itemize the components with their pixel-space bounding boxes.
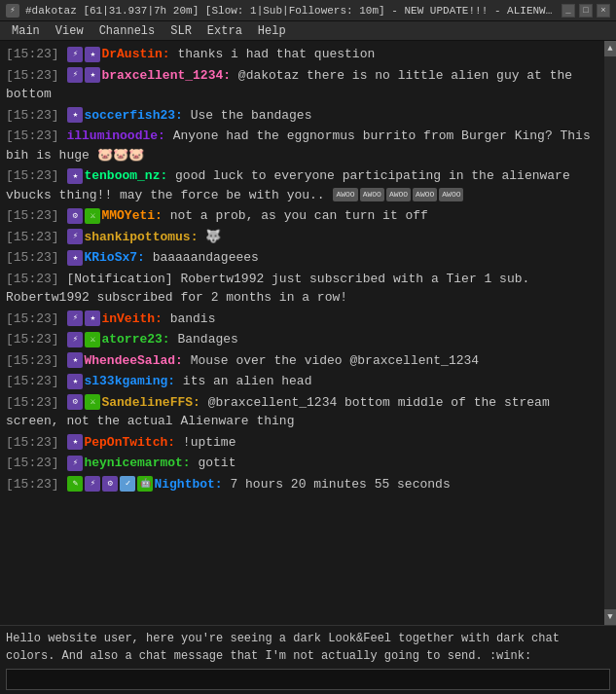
awoo-emote: AWOO bbox=[386, 188, 411, 201]
timestamp: [15:23] bbox=[6, 272, 66, 286]
scroll-track bbox=[604, 56, 616, 609]
app-icon: ⚡ bbox=[6, 4, 19, 18]
message-text: 🐺 bbox=[198, 230, 221, 244]
menu-view[interactable]: View bbox=[48, 21, 91, 40]
message-text: gotit bbox=[191, 456, 236, 470]
chat-line: [15:23] ⚡heynicemarmot: gotit bbox=[6, 454, 598, 473]
chat-line: [15:23] ⚡★inVeith: bandis bbox=[6, 310, 598, 329]
badge-gear: ⚙ bbox=[67, 208, 83, 224]
badge-mod: ⚔ bbox=[85, 332, 100, 347]
username: Nightbot: bbox=[154, 477, 222, 492]
badge-sub: ★ bbox=[67, 107, 83, 123]
badge-sub: ★ bbox=[85, 310, 100, 326]
timestamp: [15:23] bbox=[6, 108, 66, 123]
minimize-button[interactable]: _ bbox=[562, 4, 575, 18]
scrollbar: ▲ ▼ bbox=[604, 41, 616, 625]
timestamp: [15:23] bbox=[6, 332, 66, 347]
chat-line: [15:23] ★sl33kgaming: its an alien head bbox=[6, 372, 598, 391]
message-text: baaaaandageees bbox=[145, 250, 259, 265]
chat-messages[interactable]: [15:23] ⚡★DrAustin: thanks i had that qu… bbox=[0, 41, 604, 625]
timestamp: [15:23] bbox=[6, 168, 66, 183]
badge-turbo: ⚡ bbox=[67, 67, 83, 83]
maximize-button[interactable]: □ bbox=[579, 4, 593, 18]
message-text: bandis bbox=[163, 311, 216, 326]
message-text: not a prob, as you can turn it off bbox=[163, 208, 428, 223]
badge-sub: ★ bbox=[67, 434, 83, 450]
menu-channels[interactable]: Channels bbox=[91, 21, 163, 40]
badge-sub: ★ bbox=[67, 352, 83, 368]
notification-text: [Notification] Robertw1992 just subscrib… bbox=[6, 272, 529, 306]
username: inVeith: bbox=[101, 311, 162, 326]
badge-turbo: ⚡ bbox=[67, 47, 83, 62]
chat-line: [15:23] illuminoodle: Anyone had the egg… bbox=[6, 127, 598, 164]
timestamp: [15:23] bbox=[6, 68, 66, 83]
timestamp: [15:23] bbox=[6, 250, 66, 265]
chat-input[interactable] bbox=[6, 669, 610, 690]
badge-turbo: ⚡ bbox=[67, 456, 83, 471]
badge-turbo: ⚡ bbox=[67, 332, 83, 347]
input-row bbox=[6, 669, 610, 690]
message-text: Use the bandages bbox=[183, 108, 312, 123]
menu-extra[interactable]: Extra bbox=[199, 21, 250, 40]
timestamp: [15:23] bbox=[6, 230, 66, 244]
username: MMOYeti: bbox=[101, 208, 162, 223]
website-message: Hello website user, here you're seeing a… bbox=[6, 630, 610, 665]
username: atorre23: bbox=[101, 332, 169, 347]
username: KRioSx7: bbox=[84, 250, 144, 265]
timestamp: [15:23] bbox=[6, 456, 66, 470]
menu-slr[interactable]: SLR bbox=[163, 21, 199, 40]
menu-bar: Main View Channels SLR Extra Help bbox=[0, 21, 616, 41]
scroll-down-button[interactable]: ▼ bbox=[604, 609, 616, 625]
timestamp: [15:23] bbox=[6, 47, 66, 61]
chat-line: [15:23] ★soccerfish23: Use the bandages bbox=[6, 106, 598, 126]
timestamp: [15:23] bbox=[6, 353, 66, 368]
chat-line: [15:23] ★WhendeeSalad: Mouse over the vi… bbox=[6, 351, 598, 371]
username: braxcellent_1234: bbox=[101, 68, 231, 83]
scroll-up-button[interactable]: ▲ bbox=[604, 41, 616, 56]
chat-line: [15:23] ★KRioSx7: baaaaandageees bbox=[6, 248, 598, 268]
message-text: Mouse over the video @braxcellent_1234 bbox=[183, 353, 479, 368]
badge-sub: ★ bbox=[85, 47, 100, 62]
badge-turbo: ⚡ bbox=[67, 310, 83, 326]
input-area: Hello website user, here you're seeing a… bbox=[0, 625, 616, 694]
badge-sub: ★ bbox=[85, 67, 100, 83]
menu-main[interactable]: Main bbox=[4, 21, 48, 40]
timestamp: [15:23] bbox=[6, 128, 66, 143]
badge-turbo: ⚡ bbox=[85, 476, 100, 492]
username: sl33kgaming: bbox=[84, 374, 175, 388]
timestamp: [15:23] bbox=[6, 208, 66, 223]
timestamp: [15:23] bbox=[6, 477, 66, 492]
badge-mod: ⚔ bbox=[85, 394, 100, 410]
username: WhendeeSalad: bbox=[84, 353, 182, 368]
message-text: 7 hours 20 minutes 55 seconds bbox=[223, 477, 451, 492]
username: PepOnTwitch: bbox=[84, 435, 175, 450]
chat-line: [15:23] ⚙⚔MMOYeti: not a prob, as you ca… bbox=[6, 206, 598, 226]
chat-line: [15:23] ★PepOnTwitch: !uptime bbox=[6, 433, 598, 453]
badge-turbo: ⚡ bbox=[67, 229, 83, 244]
message-text: its an alien head bbox=[175, 374, 311, 388]
chat-line: [15:23] ★tenboom_nz: good luck to everyo… bbox=[6, 166, 598, 204]
chat-container: [15:23] ⚡★DrAustin: thanks i had that qu… bbox=[0, 41, 616, 625]
timestamp: [15:23] bbox=[6, 395, 66, 410]
username: SandelineFFS: bbox=[101, 395, 199, 410]
chat-line: [15:23] ⚡shankipottomus: 🐺 bbox=[6, 228, 598, 247]
username: tenboom_nz: bbox=[84, 168, 167, 183]
chat-line: [15:23] ⚡★DrAustin: thanks i had that qu… bbox=[6, 45, 598, 64]
username: illuminoodle: bbox=[66, 128, 164, 143]
close-button[interactable]: × bbox=[597, 4, 610, 18]
message-text: !uptime bbox=[175, 435, 236, 450]
message-text: thanks i had that question bbox=[170, 47, 376, 61]
badge-verified: ✓ bbox=[120, 476, 135, 492]
badge-bot: 🤖 bbox=[137, 476, 153, 492]
chat-line: [15:23] [Notification] Robertw1992 just … bbox=[6, 270, 598, 308]
username: heynicemarmot: bbox=[84, 456, 190, 470]
timestamp: [15:23] bbox=[6, 435, 66, 450]
timestamp: [15:23] bbox=[6, 311, 66, 326]
awoo-emote: AWOO bbox=[413, 188, 437, 201]
window-title: #dakotaz [61|31.937|7h 20m] [Slow: 1|Sub… bbox=[25, 5, 556, 17]
awoo-emote: AWOO bbox=[333, 188, 357, 201]
menu-help[interactable]: Help bbox=[250, 21, 294, 40]
awoo-emote: AWOO bbox=[439, 188, 463, 201]
username: DrAustin: bbox=[101, 47, 169, 61]
message-text: Bandages bbox=[170, 332, 238, 347]
